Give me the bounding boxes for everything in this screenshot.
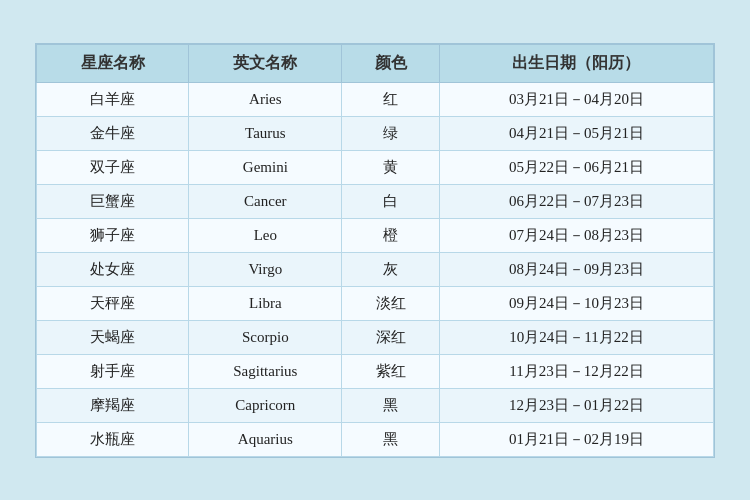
cell-row4-col2: 橙 bbox=[342, 218, 440, 252]
cell-row5-col0: 处女座 bbox=[37, 252, 189, 286]
cell-row1-col1: Taurus bbox=[189, 116, 342, 150]
cell-row4-col3: 07月24日－08月23日 bbox=[439, 218, 713, 252]
cell-row3-col2: 白 bbox=[342, 184, 440, 218]
table-header-row: 星座名称英文名称颜色出生日期（阳历） bbox=[37, 44, 714, 82]
table-row: 金牛座Taurus绿04月21日－05月21日 bbox=[37, 116, 714, 150]
table-row: 水瓶座Aquarius黑01月21日－02月19日 bbox=[37, 422, 714, 456]
cell-row2-col2: 黄 bbox=[342, 150, 440, 184]
cell-row7-col1: Scorpio bbox=[189, 320, 342, 354]
table-row: 处女座Virgo灰08月24日－09月23日 bbox=[37, 252, 714, 286]
table-row: 摩羯座Capricorn黑12月23日－01月22日 bbox=[37, 388, 714, 422]
table-body: 白羊座Aries红03月21日－04月20日金牛座Taurus绿04月21日－0… bbox=[37, 82, 714, 456]
table-row: 天秤座Libra淡红09月24日－10月23日 bbox=[37, 286, 714, 320]
cell-row6-col2: 淡红 bbox=[342, 286, 440, 320]
header-col-0: 星座名称 bbox=[37, 44, 189, 82]
table-row: 白羊座Aries红03月21日－04月20日 bbox=[37, 82, 714, 116]
cell-row2-col1: Gemini bbox=[189, 150, 342, 184]
cell-row10-col3: 01月21日－02月19日 bbox=[439, 422, 713, 456]
header-col-2: 颜色 bbox=[342, 44, 440, 82]
cell-row5-col1: Virgo bbox=[189, 252, 342, 286]
cell-row9-col1: Capricorn bbox=[189, 388, 342, 422]
cell-row10-col2: 黑 bbox=[342, 422, 440, 456]
cell-row1-col3: 04月21日－05月21日 bbox=[439, 116, 713, 150]
zodiac-table: 星座名称英文名称颜色出生日期（阳历） 白羊座Aries红03月21日－04月20… bbox=[36, 44, 714, 457]
header-col-3: 出生日期（阳历） bbox=[439, 44, 713, 82]
table-row: 狮子座Leo橙07月24日－08月23日 bbox=[37, 218, 714, 252]
cell-row7-col2: 深红 bbox=[342, 320, 440, 354]
cell-row7-col0: 天蝎座 bbox=[37, 320, 189, 354]
cell-row0-col2: 红 bbox=[342, 82, 440, 116]
cell-row3-col0: 巨蟹座 bbox=[37, 184, 189, 218]
cell-row0-col1: Aries bbox=[189, 82, 342, 116]
cell-row10-col1: Aquarius bbox=[189, 422, 342, 456]
table-row: 双子座Gemini黄05月22日－06月21日 bbox=[37, 150, 714, 184]
cell-row8-col2: 紫红 bbox=[342, 354, 440, 388]
cell-row6-col0: 天秤座 bbox=[37, 286, 189, 320]
cell-row0-col0: 白羊座 bbox=[37, 82, 189, 116]
cell-row2-col3: 05月22日－06月21日 bbox=[439, 150, 713, 184]
cell-row1-col2: 绿 bbox=[342, 116, 440, 150]
zodiac-table-container: 星座名称英文名称颜色出生日期（阳历） 白羊座Aries红03月21日－04月20… bbox=[35, 43, 715, 458]
cell-row7-col3: 10月24日－11月22日 bbox=[439, 320, 713, 354]
cell-row2-col0: 双子座 bbox=[37, 150, 189, 184]
cell-row5-col2: 灰 bbox=[342, 252, 440, 286]
cell-row9-col3: 12月23日－01月22日 bbox=[439, 388, 713, 422]
cell-row9-col0: 摩羯座 bbox=[37, 388, 189, 422]
cell-row6-col1: Libra bbox=[189, 286, 342, 320]
table-row: 射手座Sagittarius紫红11月23日－12月22日 bbox=[37, 354, 714, 388]
cell-row9-col2: 黑 bbox=[342, 388, 440, 422]
table-row: 巨蟹座Cancer白06月22日－07月23日 bbox=[37, 184, 714, 218]
cell-row4-col1: Leo bbox=[189, 218, 342, 252]
table-row: 天蝎座Scorpio深红10月24日－11月22日 bbox=[37, 320, 714, 354]
cell-row1-col0: 金牛座 bbox=[37, 116, 189, 150]
cell-row8-col0: 射手座 bbox=[37, 354, 189, 388]
header-col-1: 英文名称 bbox=[189, 44, 342, 82]
cell-row8-col1: Sagittarius bbox=[189, 354, 342, 388]
cell-row3-col1: Cancer bbox=[189, 184, 342, 218]
cell-row6-col3: 09月24日－10月23日 bbox=[439, 286, 713, 320]
cell-row0-col3: 03月21日－04月20日 bbox=[439, 82, 713, 116]
cell-row8-col3: 11月23日－12月22日 bbox=[439, 354, 713, 388]
cell-row4-col0: 狮子座 bbox=[37, 218, 189, 252]
cell-row3-col3: 06月22日－07月23日 bbox=[439, 184, 713, 218]
cell-row5-col3: 08月24日－09月23日 bbox=[439, 252, 713, 286]
cell-row10-col0: 水瓶座 bbox=[37, 422, 189, 456]
